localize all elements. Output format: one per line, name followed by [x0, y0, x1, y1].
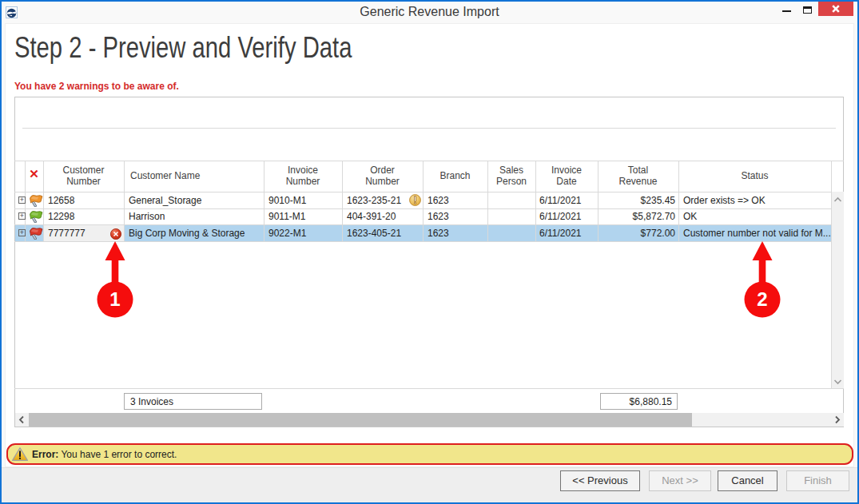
svg-text:2: 2: [757, 288, 767, 310]
svg-text:1: 1: [109, 288, 120, 310]
